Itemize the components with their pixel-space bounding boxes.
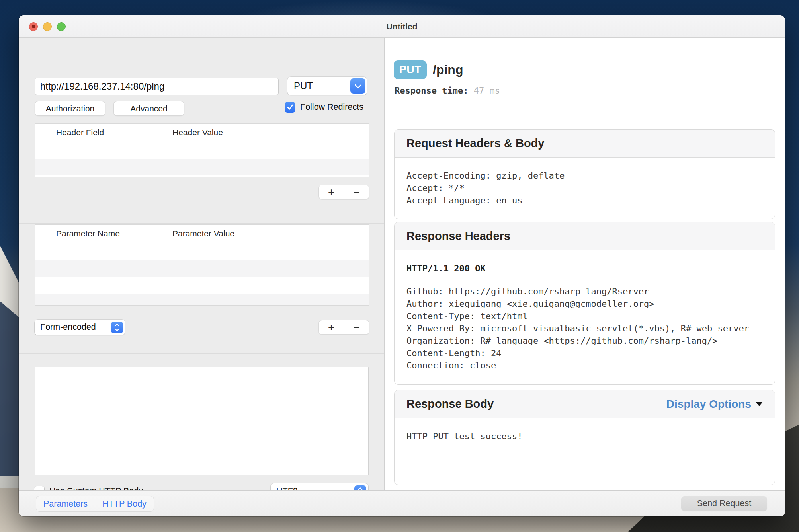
tab-http-body[interactable]: HTTP Body <box>95 496 154 511</box>
response-body-card: Response Body Display Options HTTP PUT t… <box>394 390 775 485</box>
header-line: Accept-Language: en-us <box>406 194 763 207</box>
request-pane: PUT Authorization Advanced Follow Redire… <box>19 38 385 490</box>
headers-table-header: Header Field Header Value <box>35 124 369 141</box>
method-select[interactable]: PUT <box>287 77 367 95</box>
send-request-button[interactable]: Send Request <box>681 496 767 511</box>
unsaved-dot-icon <box>32 25 35 28</box>
card-title: Request Headers & Body <box>406 137 545 150</box>
header-field-column-header: Header Field <box>52 128 168 137</box>
column-divider[interactable] <box>168 225 168 305</box>
follow-redirects-checkbox[interactable]: Follow Redirects <box>285 102 363 113</box>
card-title: Response Headers <box>406 230 510 243</box>
response-body-content: HTTP PUT test success! <box>395 418 775 442</box>
chevron-up-down-icon <box>111 322 123 333</box>
response-time-label: Response time: <box>395 86 468 95</box>
authorization-button[interactable]: Authorization <box>35 101 105 116</box>
caret-down-icon <box>756 402 763 406</box>
headers-add-remove-control: + − <box>318 185 369 199</box>
traffic-lights <box>29 15 66 38</box>
tab-parameters[interactable]: Parameters <box>36 496 95 511</box>
request-headers-card-header: Request Headers & Body <box>395 130 775 158</box>
parameter-name-column-header: Parameter Name <box>52 229 168 238</box>
table-row[interactable] <box>35 175 369 177</box>
chevron-down-icon <box>350 78 365 94</box>
header-line: Content-Length: 24 <box>406 347 763 359</box>
section-divider <box>19 223 384 224</box>
add-header-button[interactable]: + <box>319 185 344 199</box>
method-selected-value: PUT <box>287 80 350 92</box>
table-row[interactable] <box>35 242 369 260</box>
summary-divider <box>394 107 776 107</box>
header-value-column-header: Header Value <box>168 128 369 137</box>
parameters-add-remove-control: + − <box>318 320 369 335</box>
remove-parameter-button[interactable]: − <box>344 320 369 334</box>
section-divider <box>19 353 384 354</box>
header-line: Author: xieguigang <xie.guigang@gcmodell… <box>406 298 763 310</box>
parameter-value-column-header: Parameter Value <box>168 229 369 238</box>
column-divider <box>52 124 52 177</box>
zoom-button[interactable] <box>57 22 66 31</box>
response-headers-card: Response Headers HTTP/1.1 200 OK Github:… <box>394 222 775 385</box>
card-title: Response Body <box>406 398 494 411</box>
request-headers-content: Accept-Encoding: gzip, deflate Accept: *… <box>395 158 775 207</box>
encoding-select[interactable]: Form-encoded <box>35 320 125 335</box>
status-line: HTTP/1.1 200 OK <box>406 262 763 275</box>
response-headers-card-header: Response Headers <box>395 222 775 250</box>
request-body-textarea[interactable] <box>35 367 369 475</box>
footer-bar: Parameters HTTP Body Send Request <box>19 490 785 516</box>
response-body-card-header: Response Body Display Options <box>395 390 775 418</box>
request-headers-card: Request Headers & Body Accept-Encoding: … <box>394 129 775 219</box>
window-title: Untitled <box>19 15 785 38</box>
request-path: /ping <box>433 60 463 79</box>
column-divider <box>52 225 52 305</box>
minimize-button[interactable] <box>43 22 52 31</box>
parameters-table-header: Parameter Name Parameter Value <box>35 225 369 242</box>
header-line: Accept: */* <box>406 182 763 194</box>
remove-header-button[interactable]: − <box>344 185 369 199</box>
view-tabs: Parameters HTTP Body <box>36 496 154 512</box>
response-headers-content: HTTP/1.1 200 OK Github: https://github.c… <box>395 250 775 372</box>
table-row[interactable] <box>35 141 369 159</box>
method-badge: PUT <box>394 60 427 79</box>
header-line: X-Powered-By: microsoft-visualbasic-serv… <box>406 322 763 335</box>
close-button[interactable] <box>29 22 38 31</box>
table-row[interactable] <box>35 277 369 294</box>
headers-table: Header Field Header Value <box>35 123 369 177</box>
header-line: Connection: close <box>406 359 763 372</box>
response-time: Response time: 47 ms <box>395 86 500 95</box>
header-line: Accept-Encoding: gzip, deflate <box>406 170 763 182</box>
response-body-text: HTTP PUT test success! <box>406 430 763 442</box>
header-line: Github: https://github.com/rsharp-lang/R… <box>406 285 763 298</box>
follow-redirects-label: Follow Redirects <box>300 102 363 112</box>
parameters-table: Parameter Name Parameter Value <box>35 224 369 306</box>
response-pane: PUT /ping Response time: 47 ms Request H… <box>385 38 785 490</box>
table-row[interactable] <box>35 294 369 306</box>
header-line: Content-Type: text/html <box>406 310 763 322</box>
add-parameter-button[interactable]: + <box>319 320 344 334</box>
url-input[interactable] <box>35 78 279 95</box>
display-options-label: Display Options <box>666 398 751 411</box>
table-row[interactable] <box>35 159 369 175</box>
app-window: Untitled PUT Authorization Advanced Foll… <box>19 15 785 516</box>
advanced-button[interactable]: Advanced <box>113 101 184 116</box>
column-divider[interactable] <box>168 124 168 177</box>
display-options-button[interactable]: Display Options <box>666 398 763 411</box>
header-line: Organization: R# language <https://githu… <box>406 335 763 347</box>
checkbox-checked-icon <box>285 102 295 113</box>
table-row[interactable] <box>35 260 369 277</box>
window-titlebar[interactable]: Untitled <box>19 15 785 38</box>
encoding-selected-value: Form-encoded <box>35 322 111 332</box>
